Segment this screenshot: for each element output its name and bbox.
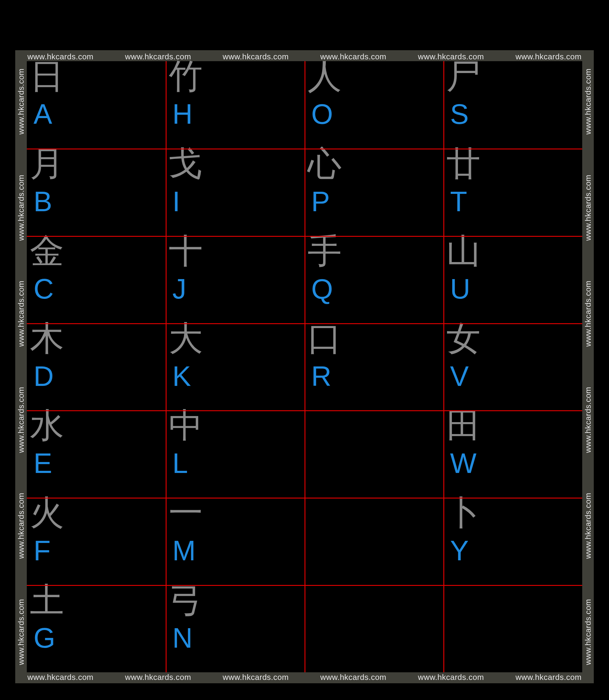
grid-cell: 口R — [304, 323, 443, 411]
cangjie-radical: 人 — [308, 59, 342, 93]
cangjie-radical: 木 — [30, 321, 64, 356]
cangjie-letter: U — [450, 275, 470, 303]
grid-cell: 卜Y — [443, 498, 582, 585]
grid-cell: 月B — [27, 148, 166, 236]
grid-cell: 廿T — [443, 148, 582, 236]
cangjie-letter: A — [34, 100, 52, 128]
cangjie-letter: S — [450, 100, 469, 128]
cangjie-letter: J — [172, 275, 186, 303]
watermark-text: www.hkcards.com — [584, 175, 593, 241]
watermark-top: www.hkcards.com www.hkcards.com www.hkca… — [15, 52, 594, 61]
watermark-text: www.hkcards.com — [584, 281, 593, 347]
grid-cell — [304, 498, 443, 585]
grid-cell — [304, 410, 443, 498]
grid-cell: 女V — [443, 323, 582, 411]
cangjie-letter: D — [34, 362, 54, 390]
watermark-text: www.hkcards.com — [223, 672, 289, 682]
page: www.hkcards.com www.hkcards.com www.hkca… — [0, 0, 609, 700]
cangjie-radical: 卜 — [447, 496, 481, 530]
watermark-text: www.hkcards.com — [16, 175, 25, 241]
cangjie-letter: R — [311, 362, 331, 390]
cangjie-letter: F — [34, 537, 51, 564]
cangjie-radical: 口 — [308, 321, 342, 356]
cangjie-radical: 水 — [30, 409, 64, 443]
watermark-text: www.hkcards.com — [16, 387, 25, 453]
cangjie-letter: Q — [311, 275, 333, 303]
cangjie-radical: 月 — [30, 147, 64, 181]
grid-cell: 大K — [166, 323, 304, 411]
watermark-text: www.hkcards.com — [223, 52, 289, 61]
watermark-text: www.hkcards.com — [16, 599, 25, 665]
cangjie-letter: B — [34, 187, 52, 215]
cangjie-radical: 土 — [30, 583, 64, 617]
watermark-text: www.hkcards.com — [28, 672, 93, 682]
cangjie-letter: G — [34, 624, 55, 652]
watermark-left: www.hkcards.com www.hkcards.com www.hkca… — [16, 50, 25, 683]
cangjie-letter: H — [172, 100, 192, 128]
grid-cell: 一M — [166, 498, 304, 585]
grid-cell: 日A — [27, 61, 166, 148]
watermark-text: www.hkcards.com — [516, 672, 581, 682]
grid-line-vertical — [166, 61, 167, 672]
cangjie-radical: 戈 — [169, 147, 203, 181]
grid-line-vertical — [443, 61, 444, 672]
grid-cell: 人O — [304, 61, 443, 148]
watermark-text: www.hkcards.com — [16, 69, 25, 134]
cangjie-radical: 尸 — [447, 59, 481, 93]
cangjie-radical: 十 — [169, 234, 203, 268]
cangjie-radical: 女 — [447, 321, 481, 356]
watermark-bottom: www.hkcards.com www.hkcards.com www.hkca… — [15, 672, 594, 682]
grid-cell: 山U — [443, 236, 582, 323]
cangjie-letter: C — [34, 275, 54, 303]
cangjie-letter: M — [172, 537, 196, 564]
grid-cell — [304, 585, 443, 672]
cangjie-radical: 山 — [447, 234, 481, 268]
watermark-text: www.hkcards.com — [584, 493, 593, 559]
cangjie-radical: 弓 — [169, 583, 203, 617]
grid-cell — [443, 585, 582, 672]
cangjie-letter: O — [311, 100, 333, 128]
grid-cell: 十J — [166, 236, 304, 323]
watermark-text: www.hkcards.com — [584, 69, 593, 134]
watermark-text: www.hkcards.com — [16, 281, 25, 347]
cangjie-radical: 一 — [169, 496, 203, 530]
grid-cell: 火F — [27, 498, 166, 585]
watermark-text: www.hkcards.com — [584, 599, 593, 665]
cangjie-radical: 日 — [30, 59, 64, 93]
grid-cell: 心P — [304, 148, 443, 236]
grid-cell: 金C — [27, 236, 166, 323]
cangjie-radical: 金 — [30, 234, 64, 268]
cangjie-radical: 廿 — [447, 147, 481, 181]
grid-cell: 戈I — [166, 148, 304, 236]
cangjie-letter: K — [172, 362, 191, 390]
watermark-text: www.hkcards.com — [418, 672, 484, 682]
grid-line-vertical — [304, 61, 306, 672]
grid-cell: 木D — [27, 323, 166, 411]
cangjie-radical: 中 — [169, 409, 203, 443]
cangjie-radical: 竹 — [169, 59, 203, 93]
cangjie-radical: 手 — [308, 234, 342, 268]
cangjie-letter: V — [450, 362, 469, 390]
cangjie-letter: P — [311, 187, 330, 215]
cangjie-letter: T — [450, 187, 467, 215]
cangjie-letter: L — [172, 449, 188, 477]
grid-cell: 手Q — [304, 236, 443, 323]
watermark-right: www.hkcards.com www.hkcards.com www.hkca… — [584, 50, 593, 683]
cangjie-letter: E — [34, 449, 52, 477]
cangjie-radical: 大 — [169, 321, 203, 356]
card-frame: www.hkcards.com www.hkcards.com www.hkca… — [15, 50, 594, 683]
watermark-text: www.hkcards.com — [320, 672, 386, 682]
cangjie-radical: 田 — [447, 409, 481, 443]
cangjie-radical: 心 — [308, 147, 342, 181]
grid-cell: 土G — [27, 585, 166, 672]
cangjie-letter: W — [450, 449, 476, 477]
cangjie-letter: N — [172, 624, 192, 652]
grid-cell: 田W — [443, 410, 582, 498]
cangjie-letter: Y — [450, 537, 469, 564]
grid-cell: 中L — [166, 410, 304, 498]
grid-cell: 水E — [27, 410, 166, 498]
watermark-text: www.hkcards.com — [516, 52, 581, 61]
watermark-text: www.hkcards.com — [125, 672, 191, 682]
watermark-text: www.hkcards.com — [584, 387, 593, 453]
grid-cell: 竹H — [166, 61, 304, 148]
